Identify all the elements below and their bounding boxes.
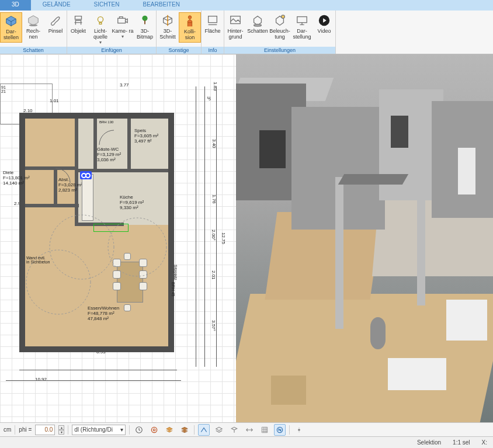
dim-2.00: 2.00° [211, 230, 216, 241]
pinsel-label: Pinsel [48, 29, 63, 34]
group-schatten: Schatten [0, 47, 67, 54]
status-ratio: 1:1 sel [453, 439, 470, 446]
flaeche-button[interactable]: Fläche [202, 12, 224, 36]
svg-point-3 [142, 16, 147, 21]
beleuchtung-button[interactable]: Beleuch- tung [269, 12, 291, 41]
tab-bearbeiten[interactable]: BEARBEITEN [131, 0, 192, 11]
room-speis: Speis F=3,605 m² 3,497 ft² [134, 128, 158, 144]
group-einstellungen: Einstellungen [224, 47, 335, 54]
room-diele: Diele F=13,801 m² 14,140 m² [3, 170, 30, 186]
room-essen: Essen/Wohnen F=48,778 m² 47,848 m² [88, 305, 119, 322]
room-gaestewc: Gäste-WC F=3,129 m² 3,036 m² [97, 147, 121, 163]
cooktop-icon [80, 171, 92, 179]
snap-plane-icon[interactable] [228, 424, 240, 436]
group-info: Info [202, 47, 224, 54]
bitmap-label: 3D- Bitmap [134, 29, 156, 40]
workspace: 9121 3.77 1.83 3⁵ 3.40 1.76 12.75 2.00° … [0, 54, 493, 422]
pinsel-button[interactable]: Pinsel [44, 12, 67, 36]
snap-construct-icon[interactable] [244, 424, 255, 436]
status-selektion: Selektion [417, 439, 441, 446]
lichtquelle-button[interactable]: Licht- quelle▾ [89, 12, 112, 47]
main-tabs: 3D GELÄNDE SICHTEN BEARBEITEN [0, 0, 493, 11]
rechnen-button[interactable]: Rech- nen [22, 12, 44, 41]
bottom-toolbar: cm phi = ▴▾ dl (Richtung/Di▾ [0, 422, 493, 436]
group-einfuegen: Einfügen [67, 47, 156, 54]
svg-point-19 [298, 429, 300, 430]
room-kueche: Küche F=9,619 m² 9,330 m² [120, 195, 144, 211]
darstellen-button[interactable]: Dar- stellen [0, 12, 22, 43]
dim-2.01: 2.01 [211, 270, 216, 280]
snap-grid-icon[interactable] [259, 424, 270, 436]
bulb-icon [93, 13, 107, 27]
dim-12.75: 12.75 [221, 232, 226, 244]
target-icon[interactable] [148, 424, 160, 436]
svg-point-9 [282, 15, 285, 19]
viewport-2d[interactable]: 9121 3.77 1.83 3⁵ 3.40 1.76 12.75 2.00° … [0, 54, 236, 422]
lighting-icon [273, 13, 287, 27]
darstellen-label: Dar- stellen [1, 29, 22, 41]
direction-combo[interactable]: dl (Richtung/Di▾ [72, 425, 126, 435]
hintergrund-button[interactable]: Hinter- grund [224, 12, 246, 41]
brush-icon [48, 13, 63, 27]
dim-3r: 3⁵ [206, 96, 211, 100]
shadow-icon [251, 13, 265, 27]
svg-point-1 [98, 17, 103, 22]
tab-gelaende[interactable]: GELÄNDE [31, 0, 82, 11]
kollision-button[interactable]: Kolli- sion [179, 12, 201, 43]
viewport-3d[interactable] [236, 54, 493, 422]
selection-highlight [93, 224, 129, 232]
tab-sichten[interactable]: SICHTEN [82, 0, 131, 11]
camera-icon [116, 13, 130, 27]
info-small-icon[interactable] [293, 424, 305, 436]
kollision-label: Kolli- sion [179, 29, 200, 41]
svg-point-17 [154, 429, 156, 431]
dim-3.77: 3.77 [120, 82, 129, 88]
ribbon: Dar- stellen Rech- nen Pinsel Schatten O… [0, 11, 493, 54]
dim-3.57: 3.57° [211, 320, 216, 331]
beleuchtung-label: Beleuch- tung [269, 29, 291, 40]
schnitt-button[interactable]: 3D- Schnitt [157, 12, 179, 41]
snap-layers-icon[interactable] [213, 424, 225, 436]
schatten-label: Schatten [247, 29, 268, 34]
history-icon[interactable] [133, 424, 145, 436]
phi-spinner[interactable]: ▴▾ [58, 425, 64, 435]
person-icon [183, 14, 197, 28]
hintergrund-label: Hinter- grund [224, 29, 246, 40]
status-bar: Selektion 1:1 sel X: [0, 436, 493, 448]
phi-input[interactable] [35, 425, 55, 435]
svg-point-5 [188, 16, 192, 19]
section-icon [161, 13, 175, 27]
note-part: 9121 [1, 85, 6, 93]
layers1-icon[interactable] [164, 424, 175, 436]
snap-north-icon[interactable] [274, 424, 286, 436]
snap-endpoint-icon[interactable] [198, 424, 210, 436]
svg-point-8 [254, 24, 262, 26]
svg-point-16 [152, 427, 157, 432]
layers2-icon[interactable] [179, 424, 190, 436]
objekt-button[interactable]: Objekt [67, 12, 89, 36]
tree-icon [138, 13, 152, 27]
chair-icon [71, 13, 85, 27]
lichtquelle-label: Licht- quelle [89, 29, 112, 40]
schatten-button[interactable]: Schatten [246, 12, 269, 36]
note-wand: Wand evtl. in Sichtbeton [26, 256, 50, 264]
room-abst: Abst. F=3,028 m² 2,823 m² [58, 177, 82, 193]
kamera-button[interactable]: Kame- ra▾ [112, 12, 134, 41]
group-sonstige: Sonstige [157, 47, 201, 54]
objekt-label: Objekt [71, 29, 86, 34]
dim-1.01a: 1.01 [50, 98, 59, 103]
tab-3d[interactable]: 3D [0, 0, 31, 11]
dim-1.83t: 1.83 [213, 82, 218, 91]
video-label: Video [318, 29, 331, 34]
cube-shadow-icon [26, 13, 40, 27]
bitmap-button[interactable]: 3D- Bitmap [134, 12, 156, 41]
rechnen-label: Rech- nen [22, 29, 44, 40]
dim-10.92: 10.92 [35, 377, 47, 382]
background-icon [228, 13, 242, 27]
flaeche-label: Fläche [204, 29, 220, 34]
darstellung-label: Dar- stellung [291, 29, 313, 40]
darstellung-button[interactable]: Dar- stellung [291, 12, 313, 41]
phi-label: phi = [19, 426, 32, 433]
unit-label: cm [4, 426, 11, 433]
video-button[interactable]: Video [313, 12, 335, 36]
